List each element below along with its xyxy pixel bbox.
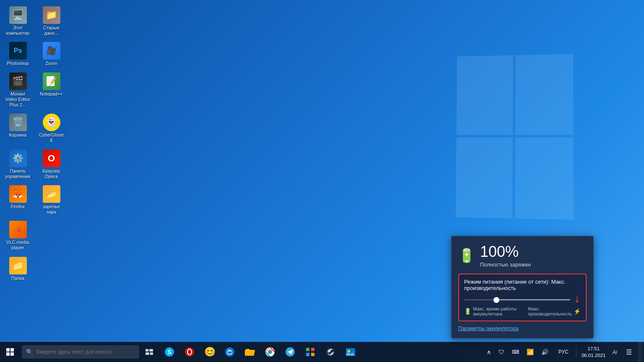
opera-label: Браузер Opera [38,168,65,179]
notification-icon: ☰ [626,348,632,356]
desktop-icon-control-panel[interactable]: ⚙️ Панель управления [2,147,34,181]
clock-time: 17:51 [587,345,600,352]
folder-label: Папка [11,276,24,281]
steam-icon [325,347,335,357]
files-icon [245,347,255,357]
edge-icon [225,347,235,357]
volume-tray[interactable]: 🔊 [538,342,552,362]
desktop-icon-folder[interactable]: 📁 Папка [2,255,34,283]
opera-icon: O [43,150,60,167]
computer-icon: 🖥️ [9,6,27,24]
battery-icon: 🔋 [458,248,475,264]
vlc-label: VLC media player [4,240,31,251]
skype-icon: S [164,347,174,357]
folder-old-icon: 📁 [43,6,60,24]
games-icon [305,347,315,357]
svg-point-21 [331,350,333,352]
desktop: 🖥️ Этот компьютер 📁 Старые данн... Ps Ph… [0,0,644,362]
search-icon: 🔍 [26,349,33,355]
power-slider-thumb [493,297,499,303]
taskbar: 🔍 S [0,342,644,362]
svg-text:S: S [167,349,171,355]
taskbar-search[interactable]: 🔍 [22,345,139,359]
photoshop-icon: Ps [9,42,27,59]
movavi-icon: 🎬 [9,72,27,90]
svg-rect-0 [6,348,10,352]
tray-divider [576,346,576,358]
firefox-icon: 🦊 [9,185,27,203]
desktop-icon-zoom[interactable]: 🎥 Zoom [36,40,67,68]
chevron-up-icon: ∧ [487,349,491,355]
control-panel-icon: ⚙️ [9,150,27,167]
network-tray[interactable]: 📶 [523,342,537,362]
taskbar-app-files[interactable] [240,342,260,362]
search-input[interactable] [36,349,135,355]
battery-settings-link[interactable]: Параметры аккумулятора [458,326,587,331]
taskbar-app-games[interactable] [300,342,320,362]
keyboard-tray[interactable]: ⌨ [509,342,522,362]
keyboard-icon: ⌨ [512,349,519,355]
taskbar-app-chrome[interactable] [260,342,280,362]
ai-button[interactable]: Ai [610,342,620,362]
taskbar-right: ∧ 🛡 ⌨ 📶 🔊 РУС [483,342,644,362]
cyberghost-icon: 👻 [43,114,60,131]
taskbar-app-steam[interactable] [320,342,340,362]
svg-rect-7 [150,352,153,355]
power-label-left: Макс. время работы аккумулятора [473,306,528,316]
recycle-label: Корзина [9,132,27,138]
opera-taskbar-icon [184,347,195,357]
this-computer-label: Этот компьютер [4,25,31,36]
taskbar-app-telegram[interactable] [280,342,300,362]
power-mode-title: Режим питания (питание от сети): Макс. п… [464,279,581,291]
taskbar-app-emoji[interactable]: 😊 [200,342,220,362]
taskbar-app-photos[interactable] [340,342,361,362]
park-folder-label: заречье парк [38,204,65,215]
svg-rect-19 [311,353,314,356]
taskbar-apps: S 😊 [159,342,361,362]
volume-icon: 🔊 [541,349,548,355]
language-indicator: РУС [556,349,571,355]
taskbar-app-skype[interactable]: S [159,342,179,362]
zoom-icon: 🎥 [43,42,60,59]
svg-rect-16 [306,348,309,351]
taskbar-app-edge[interactable] [220,342,240,362]
svg-rect-17 [311,348,314,351]
start-button[interactable] [0,342,20,362]
shield-icon: 🛡 [499,349,504,355]
desktop-icon-recycle[interactable]: 🗑️ Корзина [2,111,34,145]
windows-logo-decoration [456,54,574,220]
show-desktop-button[interactable] [638,342,642,362]
desktop-icon-vlc[interactable]: 🔺 VLC media player [2,219,34,253]
plain-folder-icon: 📁 [9,257,27,274]
desktop-icon-movavi[interactable]: 🎬 Movavi Video Editor Plus 2... [2,70,34,110]
desktop-icon-park-folder[interactable]: 📂 заречье парк [36,183,67,217]
desktop-icon-cyberghost[interactable]: 👻 CyberGhost 8 [36,111,67,145]
language-tray[interactable]: РУС [553,342,574,362]
movavi-label: Movavi Video Editor Plus 2... [4,91,31,108]
desktop-icon-notepad[interactable]: 📝 Notepad++ [36,70,67,110]
desktop-icon-firefox[interactable]: 🦊 Firefox [2,183,34,217]
battery-life-icon: 🔋 [464,308,471,315]
park-folder-icon: 📂 [43,185,60,203]
notepad-icon: 📝 [43,72,60,90]
task-view-icon [145,349,153,355]
power-slider-container[interactable]: ↗ [464,295,581,305]
svg-point-14 [268,350,272,354]
clock[interactable]: 17:51 06.01.2021 [578,342,609,362]
power-slider[interactable] [464,299,570,300]
desktop-icon-opera[interactable]: O Браузер Opera [36,147,67,181]
notification-button[interactable]: ☰ [621,342,637,362]
desktop-icon-old-data[interactable]: 📁 Старые данн... [36,4,67,38]
desktop-icon-photoshop[interactable]: Ps Photoshop [2,40,34,68]
show-hidden-tray[interactable]: ∧ [483,342,494,362]
power-slider-fill [496,299,570,300]
photos-icon [345,347,356,357]
photoshop-label: Photoshop [7,61,29,66]
security-tray[interactable]: 🛡 [495,342,508,362]
task-view-button[interactable] [141,342,158,362]
windows-start-icon [6,348,14,356]
desktop-icon-this-computer[interactable]: 🖥️ Этот компьютер [2,4,34,38]
taskbar-app-opera[interactable] [179,342,200,362]
performance-arrow: ↗ [571,294,583,306]
recycle-icon: 🗑️ [9,114,27,131]
